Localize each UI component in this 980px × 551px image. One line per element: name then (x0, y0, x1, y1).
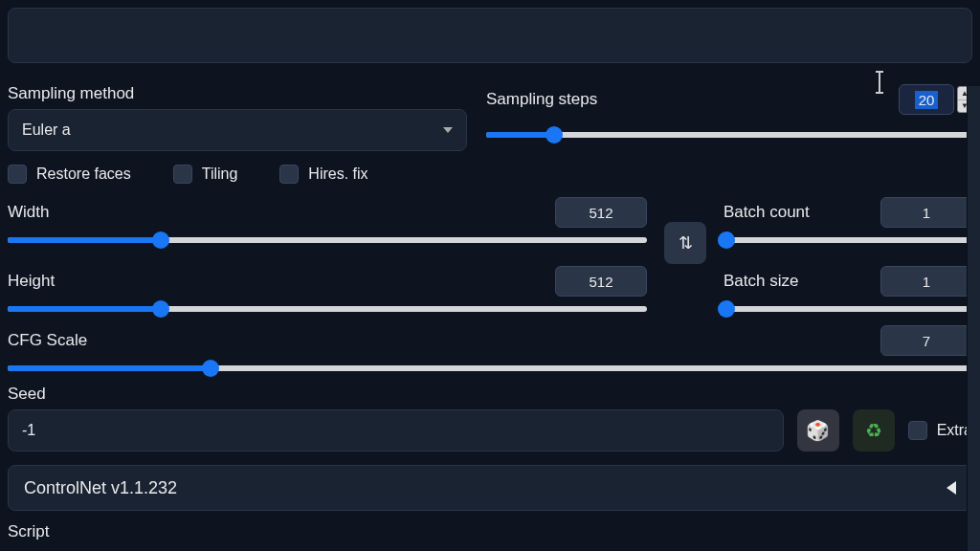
batch-count-input[interactable]: 1 (880, 197, 972, 228)
swap-dimensions-button[interactable]: ⇅ (664, 222, 706, 264)
script-label: Script (8, 522, 972, 541)
batch-count-slider[interactable] (724, 237, 972, 243)
checkbox-icon (908, 421, 927, 440)
chevron-down-icon (443, 127, 453, 133)
batch-count-label: Batch count (724, 203, 810, 222)
prompt-textarea[interactable] (8, 8, 972, 63)
sampling-steps-label: Sampling steps (486, 90, 597, 109)
checkbox-icon (279, 165, 299, 184)
width-label: Width (8, 203, 49, 222)
height-input[interactable]: 512 (555, 266, 647, 297)
batch-size-input[interactable]: 1 (880, 266, 972, 297)
controlnet-title: ControlNet v1.1.232 (24, 478, 177, 498)
height-slider[interactable] (8, 306, 647, 312)
side-panel (967, 86, 980, 551)
cfg-scale-slider[interactable] (8, 365, 972, 371)
text-cursor-icon (879, 73, 880, 92)
slider-thumb[interactable] (546, 126, 563, 143)
sampling-method-value: Euler a (22, 121, 71, 139)
sampling-steps-slider[interactable] (486, 132, 972, 138)
sampling-method-label: Sampling method (8, 84, 467, 103)
sampling-method-dropdown[interactable]: Euler a (8, 109, 467, 151)
cfg-scale-label: CFG Scale (8, 331, 87, 350)
swap-icon: ⇅ (679, 232, 693, 253)
reuse-seed-button[interactable]: ♻ (853, 409, 895, 452)
seed-input[interactable]: -1 (8, 409, 784, 452)
extra-checkbox[interactable]: Extra (908, 421, 972, 440)
dice-icon: 🎲 (806, 419, 830, 442)
restore-faces-checkbox[interactable]: Restore faces (8, 165, 131, 184)
checkbox-row: Restore faces Tiling Hires. fix (8, 165, 972, 184)
seed-label: Seed (8, 385, 972, 404)
checkbox-icon (173, 165, 192, 184)
random-seed-button[interactable]: 🎲 (797, 409, 839, 452)
sampling-steps-input[interactable]: 20 (899, 84, 954, 115)
width-input[interactable]: 512 (555, 197, 647, 228)
slider-fill (486, 132, 554, 138)
width-slider[interactable] (8, 237, 647, 243)
batch-size-slider[interactable] (724, 306, 972, 312)
batch-size-label: Batch size (724, 272, 798, 291)
tiling-checkbox[interactable]: Tiling (173, 165, 238, 184)
checkbox-icon (8, 165, 27, 184)
hires-fix-checkbox[interactable]: Hires. fix (279, 165, 368, 184)
recycle-icon: ♻ (865, 419, 882, 442)
collapse-arrow-icon (947, 481, 956, 495)
controlnet-accordion[interactable]: ControlNet v1.1.232 (8, 465, 972, 511)
cfg-scale-input[interactable]: 7 (880, 325, 972, 356)
height-label: Height (8, 272, 55, 291)
